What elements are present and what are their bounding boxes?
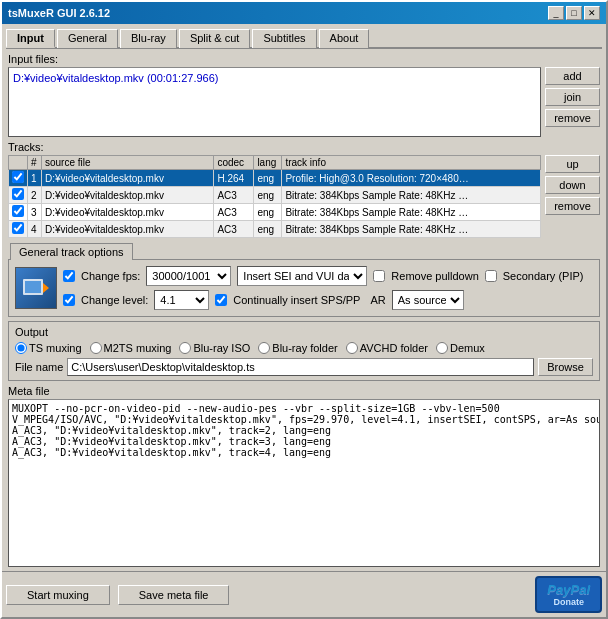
tab-bluray[interactable]: Blu-ray	[120, 29, 177, 48]
change-fps-label: Change fps:	[81, 270, 140, 282]
continually-sps-label: Continually insert SPS/PP	[233, 294, 360, 306]
fps-select[interactable]: 30000/1001 23.976 25 29.970 59.940	[146, 266, 231, 286]
remove-pulldown-checkbox[interactable]	[373, 270, 385, 282]
col-info: track info	[282, 156, 541, 170]
row-codec-1: H.264	[214, 170, 254, 187]
table-row[interactable]: 1 D:¥video¥vitaldesktop.mkv H.264 eng Pr…	[9, 170, 541, 187]
add-button[interactable]: add	[545, 67, 600, 85]
row-codec-4: AC3	[214, 221, 254, 238]
tracks-label: Tracks:	[8, 141, 600, 153]
row-check-2[interactable]	[9, 187, 28, 204]
m2ts-muxing-label: M2TS muxing	[104, 342, 172, 354]
meta-file-content[interactable]: MUXOPT --no-pcr-on-video-pid --new-audio…	[8, 399, 600, 567]
row-codec-3: AC3	[214, 204, 254, 221]
minimize-button[interactable]: _	[548, 6, 564, 20]
bluray-iso-radio[interactable]	[179, 342, 191, 354]
row-source-3: D:¥video¥vitaldesktop.mkv	[42, 204, 214, 221]
track-options-panel: Change fps: 30000/1001 23.976 25 29.970 …	[8, 259, 600, 317]
paypal-label: PayPal	[547, 582, 590, 597]
avchd-folder-radio[interactable]	[346, 342, 358, 354]
down-button[interactable]: down	[545, 176, 600, 194]
row-num-3: 3	[28, 204, 42, 221]
tab-general[interactable]: General	[57, 29, 118, 48]
row-source-2: D:¥video¥vitaldesktop.mkv	[42, 187, 214, 204]
bluray-folder-radio[interactable]	[258, 342, 270, 354]
demux-radio[interactable]	[436, 342, 448, 354]
col-check	[9, 156, 28, 170]
secondary-pip-label: Secondary (PIP)	[503, 270, 584, 282]
m2ts-muxing-option[interactable]: M2TS muxing	[90, 342, 172, 354]
input-left: D:¥video¥vitaldesktop.mkv (00:01:27.966)	[8, 67, 541, 137]
m2ts-muxing-radio[interactable]	[90, 342, 102, 354]
col-codec: codec	[214, 156, 254, 170]
sei-vui-select[interactable]: Insert SEI and VUI data i	[237, 266, 367, 286]
continually-sps-checkbox[interactable]	[215, 294, 227, 306]
ar-select[interactable]: As source 16:9 4:3	[392, 290, 464, 310]
input-file-entry: D:¥video¥vitaldesktop.mkv (00:01:27.966)	[13, 72, 536, 84]
output-section: Output TS muxing M2TS muxing Blu-ray ISO…	[8, 321, 600, 381]
remove-track-button[interactable]: remove	[545, 197, 600, 215]
output-label: Output	[15, 326, 593, 338]
change-level-checkbox[interactable]	[63, 294, 75, 306]
change-fps-checkbox[interactable]	[63, 270, 75, 282]
general-track-options-section: General track options	[8, 242, 600, 317]
table-row[interactable]: 4 D:¥video¥vitaldesktop.mkv AC3 eng Bitr…	[9, 221, 541, 238]
track-options-content: Change fps: 30000/1001 23.976 25 29.970 …	[15, 266, 593, 310]
meta-file-section: Meta file MUXOPT --no-pcr-on-video-pid -…	[8, 385, 600, 567]
bluray-folder-option[interactable]: Blu-ray folder	[258, 342, 337, 354]
title-bar: tsMuxeR GUI 2.6.12 _ □ ✕	[2, 2, 606, 24]
paypal-button[interactable]: PayPal Donate	[535, 576, 602, 613]
remove-input-button[interactable]: remove	[545, 109, 600, 127]
tab-subtitles[interactable]: Subtitles	[252, 29, 316, 48]
col-lang: lang	[254, 156, 282, 170]
tab-split-cut[interactable]: Split & cut	[179, 29, 251, 48]
browse-button[interactable]: Browse	[538, 358, 593, 376]
filename-label: File name	[15, 361, 63, 373]
ts-muxing-radio[interactable]	[15, 342, 27, 354]
avchd-folder-option[interactable]: AVCHD folder	[346, 342, 428, 354]
tab-about[interactable]: About	[319, 29, 370, 48]
row-check-3[interactable]	[9, 204, 28, 221]
table-row[interactable]: 3 D:¥video¥vitaldesktop.mkv AC3 eng Bitr…	[9, 204, 541, 221]
level-select[interactable]: 4.1 3.0 3.1 4.0	[154, 290, 209, 310]
filename-input[interactable]	[67, 358, 534, 376]
bluray-iso-option[interactable]: Blu-ray ISO	[179, 342, 250, 354]
up-button[interactable]: up	[545, 155, 600, 173]
row-source-1: D:¥video¥vitaldesktop.mkv	[42, 170, 214, 187]
general-track-tab[interactable]: General track options	[10, 243, 133, 260]
demux-option[interactable]: Demux	[436, 342, 485, 354]
general-tab-label-wrapper: General track options	[8, 242, 600, 259]
table-row[interactable]: 2 D:¥video¥vitaldesktop.mkv AC3 eng Bitr…	[9, 187, 541, 204]
tracks-right-buttons: up down remove	[545, 155, 600, 238]
row-codec-2: AC3	[214, 187, 254, 204]
save-meta-button[interactable]: Save meta file	[118, 585, 230, 605]
input-files-section: Input files: D:¥video¥vitaldesktop.mkv (…	[8, 53, 600, 137]
tab-input[interactable]: Input	[6, 29, 55, 48]
muxing-options: TS muxing M2TS muxing Blu-ray ISO Blu-ra…	[15, 342, 593, 354]
filename-row: File name Browse	[15, 358, 593, 376]
maximize-button[interactable]: □	[566, 6, 582, 20]
input-right-buttons: add join remove	[545, 67, 600, 137]
col-source: source file	[42, 156, 214, 170]
tab-bar: Input General Blu-ray Split & cut Subtit…	[6, 28, 602, 49]
input-section: D:¥video¥vitaldesktop.mkv (00:01:27.966)…	[8, 67, 600, 137]
row-num-4: 4	[28, 221, 42, 238]
row-check-1[interactable]	[9, 170, 28, 187]
col-num: #	[28, 156, 42, 170]
option-row-2: Change level: 4.1 3.0 3.1 4.0 Continuall…	[63, 290, 593, 310]
svg-marker-1	[43, 283, 49, 293]
secondary-pip-checkbox[interactable]	[485, 270, 497, 282]
video-icon	[15, 267, 57, 309]
row-num-2: 2	[28, 187, 42, 204]
ts-muxing-option[interactable]: TS muxing	[15, 342, 82, 354]
option-row-1: Change fps: 30000/1001 23.976 25 29.970 …	[63, 266, 593, 286]
input-files-area: D:¥video¥vitaldesktop.mkv (00:01:27.966)	[8, 67, 541, 137]
start-muxing-button[interactable]: Start muxing	[6, 585, 110, 605]
title-controls: _ □ ✕	[548, 6, 600, 20]
row-check-4[interactable]	[9, 221, 28, 238]
join-button[interactable]: join	[545, 88, 600, 106]
close-button[interactable]: ✕	[584, 6, 600, 20]
remove-pulldown-label: Remove pulldown	[391, 270, 478, 282]
input-files-label: Input files:	[8, 53, 600, 65]
row-source-4: D:¥video¥vitaldesktop.mkv	[42, 221, 214, 238]
